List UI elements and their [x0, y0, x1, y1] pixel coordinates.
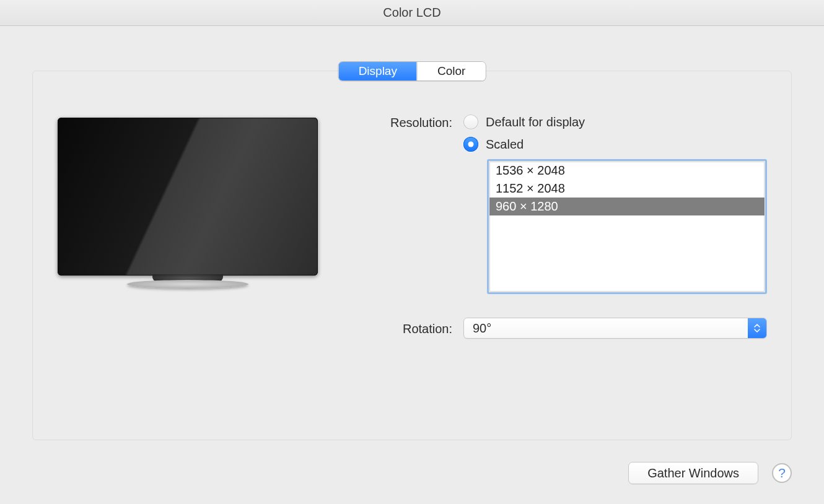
- resolution-row: Resolution: Default for display Scaled 1…: [346, 115, 771, 294]
- radio-icon: [463, 115, 478, 129]
- monitor-illustration: [58, 118, 318, 303]
- resolution-radio-scaled[interactable]: Scaled: [463, 137, 771, 152]
- tab-color[interactable]: Color: [417, 62, 485, 80]
- resolution-option[interactable]: 960 × 1280: [489, 198, 765, 215]
- resolution-radio-scaled-label: Scaled: [486, 137, 524, 152]
- updown-chevron-icon: [748, 318, 766, 338]
- gather-windows-button[interactable]: Gather Windows: [628, 462, 758, 484]
- rotation-controls: 90°: [463, 318, 771, 339]
- resolution-list[interactable]: 1536 × 2048 1152 × 2048 960 × 1280: [489, 162, 765, 292]
- settings-form: Resolution: Default for display Scaled 1…: [346, 115, 771, 351]
- resolution-list-focus-ring: 1536 × 2048 1152 × 2048 960 × 1280: [487, 159, 767, 294]
- resolution-radio-default[interactable]: Default for display: [463, 115, 771, 129]
- rotation-popup[interactable]: 90°: [463, 318, 767, 339]
- monitor-screen-icon: [58, 118, 318, 276]
- window-title: Color LCD: [383, 6, 440, 20]
- radio-icon: [463, 137, 478, 152]
- monitor-stand-base: [127, 280, 248, 289]
- rotation-value: 90°: [473, 321, 491, 336]
- resolution-radio-default-label: Default for display: [486, 115, 585, 129]
- footer: Gather Windows ?: [628, 462, 792, 484]
- tab-display[interactable]: Display: [339, 62, 417, 80]
- help-button[interactable]: ?: [772, 463, 792, 483]
- resolution-label: Resolution:: [346, 115, 463, 130]
- window-titlebar: Color LCD: [0, 0, 824, 26]
- display-panel: Display Color Resolution: Default for di…: [32, 71, 792, 440]
- resolution-option[interactable]: 1536 × 2048: [489, 162, 765, 180]
- content-area: Display Color Resolution: Default for di…: [0, 26, 824, 440]
- rotation-row: Rotation: 90°: [346, 318, 771, 339]
- resolution-option[interactable]: 1152 × 2048: [489, 180, 765, 198]
- resolution-controls: Default for display Scaled 1536 × 2048 1…: [463, 115, 771, 294]
- rotation-label: Rotation:: [346, 321, 463, 336]
- tab-segmented-control: Display Color: [338, 61, 486, 81]
